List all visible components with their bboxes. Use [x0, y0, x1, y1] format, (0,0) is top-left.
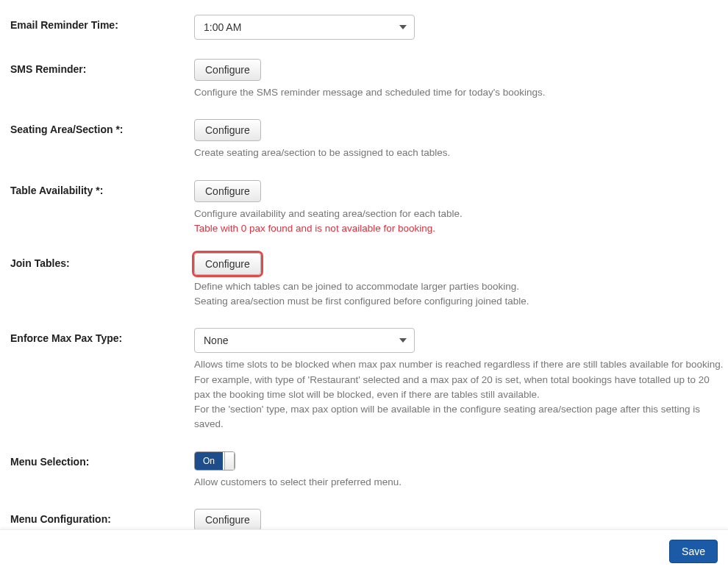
- field-table-availability: Configure Configure availability and sea…: [194, 180, 728, 234]
- settings-form: Email Reminder Time: 1:00 AM SMS Reminde…: [0, 0, 728, 572]
- field-email-reminder-time: 1:00 AM: [194, 15, 728, 40]
- help-enforce-max-pax-3: For the 'section' type, max pax option w…: [194, 402, 724, 432]
- row-table-availability: Table Availability *: Configure Configur…: [10, 180, 728, 234]
- configure-table-availability-button[interactable]: Configure: [194, 180, 261, 202]
- label-seating-area: Seating Area/Section *:: [10, 119, 194, 135]
- configure-menu-button[interactable]: Configure: [194, 509, 261, 531]
- help-table-availability: Configure availability and seating area/…: [194, 207, 724, 221]
- label-sms-reminder: SMS Reminder:: [10, 59, 194, 75]
- help-join-tables-2: Seating area/section must be first confi…: [194, 294, 724, 309]
- toggle-menu-selection[interactable]: On Off: [194, 451, 235, 471]
- warning-table-availability: Table with 0 pax found and is not availa…: [194, 223, 724, 234]
- row-seating-area: Seating Area/Section *: Configure Create…: [10, 119, 728, 160]
- label-table-availability: Table Availability *:: [10, 180, 194, 196]
- toggle-on-label: On: [195, 452, 223, 470]
- label-menu-configuration: Menu Configuration:: [10, 509, 194, 525]
- row-join-tables: Join Tables: Configure Define which tabl…: [10, 253, 728, 310]
- help-enforce-max-pax-1: Allows time slots to be blocked when max…: [194, 357, 724, 372]
- field-join-tables: Configure Define which tables can be joi…: [194, 253, 728, 310]
- footer-save-bar: Save: [0, 529, 728, 572]
- select-email-reminder-time[interactable]: 1:00 AM: [194, 15, 415, 40]
- help-enforce-max-pax-2: For example, with type of 'Restaurant' s…: [194, 373, 724, 403]
- toggle-handle-icon: [224, 452, 235, 470]
- field-seating-area: Configure Create seating area/section to…: [194, 119, 728, 160]
- help-sms-reminder: Configure the SMS reminder message and s…: [194, 85, 724, 100]
- row-menu-selection: Menu Selection: On Off Allow customers t…: [10, 451, 728, 490]
- save-button[interactable]: Save: [669, 540, 718, 563]
- field-menu-selection: On Off Allow customers to select their p…: [194, 451, 728, 490]
- label-enforce-max-pax: Enforce Max Pax Type:: [10, 328, 194, 344]
- help-seating-area: Create seating area/section to be assign…: [194, 146, 724, 160]
- field-enforce-max-pax: None Allows time slots to be blocked whe…: [194, 328, 728, 432]
- label-join-tables: Join Tables:: [10, 253, 194, 269]
- row-enforce-max-pax: Enforce Max Pax Type: None Allows time s…: [10, 328, 728, 432]
- select-enforce-max-pax[interactable]: None: [194, 328, 415, 353]
- row-sms-reminder: SMS Reminder: Configure Configure the SM…: [10, 59, 728, 100]
- configure-seating-area-button[interactable]: Configure: [194, 119, 261, 141]
- field-sms-reminder: Configure Configure the SMS reminder mes…: [194, 59, 728, 100]
- label-email-reminder-time: Email Reminder Time:: [10, 15, 194, 31]
- help-menu-selection: Allow customers to select their preferre…: [194, 475, 724, 490]
- row-email-reminder-time: Email Reminder Time: 1:00 AM: [10, 15, 728, 40]
- configure-sms-reminder-button[interactable]: Configure: [194, 59, 261, 81]
- help-join-tables-1: Define which tables can be joined to acc…: [194, 279, 724, 294]
- label-menu-selection: Menu Selection:: [10, 451, 194, 468]
- configure-join-tables-button[interactable]: Configure: [194, 253, 261, 275]
